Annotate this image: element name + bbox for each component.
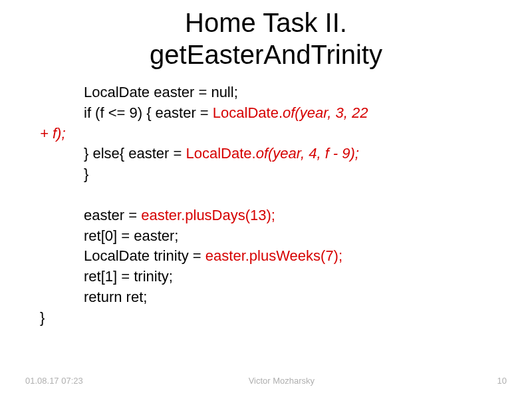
code-line-3: } else{ easter = LocalDate.of(year, 4, f… xyxy=(40,144,505,164)
slide-footer: 01.08.17 07:23 Victor Mozharsky 10 xyxy=(0,376,532,386)
code-text: if (f <= 9) { easter = xyxy=(84,104,213,121)
code-line-1: LocalDate easter = null; xyxy=(40,82,505,103)
footer-page-number: 10 xyxy=(480,376,507,386)
slide-title: Home Task II. getEasterAndTrinity xyxy=(0,7,532,70)
footer-date: 01.08.17 07:23 xyxy=(25,376,83,386)
title-line-2: getEasterAndTrinity xyxy=(0,39,532,70)
title-line-1: Home Task II. xyxy=(0,7,532,39)
code-line-7: ret[0] = easter; xyxy=(40,226,505,247)
code-line-2: if (f <= 9) { easter = LocalDate.of(year… xyxy=(40,103,505,124)
code-text: ret[1] = trinity; xyxy=(84,268,173,285)
code-text-red-italic: of(year, 4, f - 9); xyxy=(256,145,359,162)
code-text-red: easter.plusWeeks(7); xyxy=(205,247,342,264)
code-text: ret[0] = easter; xyxy=(84,227,178,244)
code-text: LocalDate easter = null; xyxy=(84,84,238,100)
code-text-red: easter.plusDays(13); xyxy=(141,207,275,223)
code-text: } else{ easter = xyxy=(84,145,186,162)
code-text-red: LocalDate. xyxy=(213,104,283,121)
code-line-4: } xyxy=(40,164,505,185)
code-line-6: easter = easter.plusDays(13); xyxy=(40,205,505,226)
code-text-red: LocalDate. xyxy=(186,145,256,162)
code-text: return ret; xyxy=(84,289,147,305)
code-text: LocalDate trinity = xyxy=(84,247,205,264)
code-text: } xyxy=(84,166,88,182)
code-text: easter = xyxy=(84,207,141,223)
code-line-9: ret[1] = trinity; xyxy=(40,267,505,287)
code-line-10: return ret; xyxy=(40,287,505,308)
code-line-blank xyxy=(40,185,505,205)
code-text-red-italic: of(year, 3, 22 xyxy=(283,104,372,121)
code-line-8: LocalDate trinity = easter.plusWeeks(7); xyxy=(40,246,505,267)
code-line-11: } xyxy=(40,308,505,329)
code-line-2-wrap: + f); xyxy=(40,124,505,144)
footer-author: Victor Mozharsky xyxy=(83,376,480,386)
code-block: LocalDate easter = null; if (f <= 9) { e… xyxy=(0,82,532,329)
